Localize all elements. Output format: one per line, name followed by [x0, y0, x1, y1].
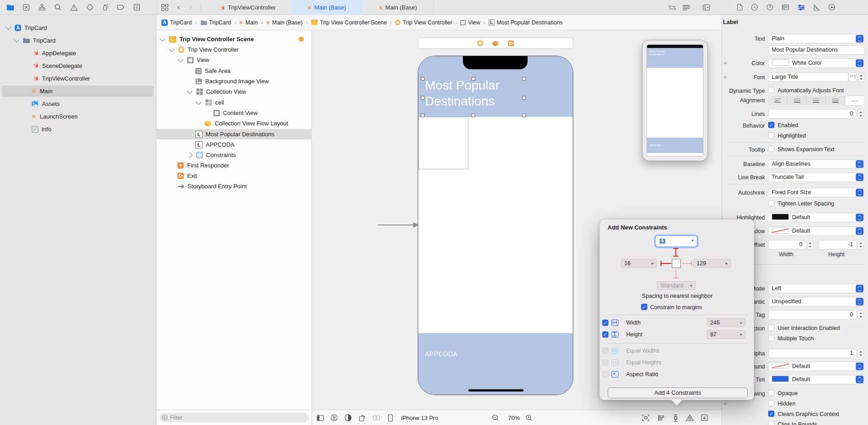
tab-tripviewcontroller[interactable]: TripViewController — [203, 0, 291, 15]
outline-row-content-view[interactable]: Content View — [213, 108, 258, 118]
align-left-segment[interactable] — [768, 96, 788, 105]
device-preview-minimap[interactable]: Most Popular Destinations APPCODA — [642, 40, 708, 161]
size-inspector-icon[interactable] — [813, 4, 820, 11]
opaque-checkbox[interactable] — [768, 390, 774, 396]
autoshrink-select[interactable]: Fixed Font Size — [768, 188, 864, 197]
disclosure-chevron[interactable] — [187, 152, 193, 158]
debug-icon[interactable] — [102, 4, 108, 11]
nav-row-scenedelegate[interactable]: SceneDelegate — [0, 60, 156, 72]
tab-main-base[interactable]: × Main (Base) — [363, 0, 433, 15]
selection-handle[interactable] — [522, 77, 526, 81]
highlighted-checkbox[interactable] — [768, 132, 774, 138]
project-navigator-icon[interactable] — [6, 4, 14, 11]
semantic-select[interactable]: Unspecified — [768, 297, 864, 306]
identity-inspector-icon[interactable] — [782, 4, 789, 10]
nav-row-launchscreen[interactable]: × LaunchScreen — [0, 110, 156, 122]
tooltip-checkbox[interactable] — [768, 146, 774, 152]
connections-inspector-icon[interactable] — [828, 4, 835, 11]
color-select[interactable]: White Color — [768, 58, 864, 68]
disclosure-chevron[interactable] — [14, 37, 19, 43]
zoom-in-icon[interactable] — [525, 414, 533, 422]
zoom-out-icon[interactable] — [491, 414, 500, 422]
tighten-checkbox[interactable] — [768, 200, 774, 206]
jumpbar-label[interactable]: L Most Popular Destinations — [489, 19, 563, 26]
history-inspector-icon[interactable] — [751, 4, 758, 11]
clears-graphics-checkbox[interactable]: ✓ — [768, 411, 774, 417]
collection-cell-outline[interactable] — [418, 117, 468, 169]
outline-row-first-responder[interactable]: First Responder — [177, 160, 229, 171]
trailing-constraint-beam-icon[interactable] — [682, 263, 691, 264]
selection-handle[interactable] — [472, 114, 475, 117]
add-editor-icon[interactable] — [703, 4, 710, 11]
multiple-touch-checkbox[interactable] — [768, 335, 774, 341]
outline-row-scene[interactable]: Trip View Controller Scene — [159, 34, 254, 44]
canvas-title-label[interactable]: Most Popular Destinations — [425, 77, 533, 109]
issue-icon[interactable] — [70, 4, 78, 11]
lines-field[interactable]: 0 — [768, 109, 857, 119]
baseline-select[interactable]: Align Baselines — [768, 159, 864, 169]
text-value-field[interactable]: Most Popular Destinations — [768, 45, 864, 55]
offset-height-stepper[interactable] — [858, 240, 864, 249]
adjust-sidebar-icon[interactable] — [316, 414, 324, 422]
leading-constraint-field[interactable]: 16 — [621, 259, 657, 268]
nav-row-appdelegate[interactable]: AppDelegate — [0, 47, 156, 59]
equal-widths-checkbox[interactable] — [602, 348, 609, 354]
canvas-footer-label[interactable]: APPCODA — [425, 350, 458, 358]
disclosure-chevron[interactable] — [178, 57, 184, 62]
embed-icon[interactable] — [700, 414, 708, 422]
forward-button[interactable]: › — [189, 2, 192, 12]
add-new-constraints-icon[interactable] — [671, 414, 679, 422]
enabled-checkbox[interactable]: ✓ — [768, 122, 774, 128]
disclosure-chevron[interactable] — [187, 88, 193, 94]
bottom-constraint-beam-icon[interactable] — [675, 269, 676, 278]
outline-row-view-controller[interactable]: Trip View Controller — [168, 44, 239, 55]
jumpbar-main-base[interactable]: ×Main (Base) — [266, 19, 302, 26]
lines-stepper[interactable] — [858, 109, 864, 119]
selection-handle[interactable] — [421, 96, 425, 100]
quick-help-inspector-icon[interactable] — [766, 4, 774, 11]
zoom-level[interactable]: 70% — [504, 415, 524, 421]
split-view-icon[interactable] — [372, 414, 380, 422]
outline-row-exit[interactable]: Exit — [177, 171, 197, 181]
selection-handle[interactable] — [522, 114, 526, 117]
font-field[interactable]: Large Title — [768, 72, 849, 82]
adjust-editor-icon[interactable] — [682, 5, 690, 11]
symbols-icon[interactable] — [38, 4, 46, 11]
jumpbar-view[interactable]: View — [460, 19, 480, 26]
jumpbar-view-controller[interactable]: Trip View Controller — [395, 19, 452, 26]
update-frames-icon[interactable] — [642, 414, 650, 422]
selection-handle[interactable] — [472, 77, 475, 81]
filter-field[interactable]: Filter — [160, 413, 309, 422]
outline-row-collection-view[interactable]: Collection View — [186, 86, 246, 97]
selection-handle[interactable] — [421, 114, 425, 117]
equal-heights-checkbox[interactable] — [602, 359, 609, 366]
text-type-select[interactable]: Plain — [768, 34, 864, 43]
scene-indicator-dot[interactable] — [299, 37, 304, 42]
offset-height-field[interactable]: -1 — [819, 240, 857, 249]
find-icon[interactable] — [54, 4, 61, 11]
device-canvas-iphone[interactable]: Most Popular Destinations APPCODA — [418, 56, 573, 395]
offset-width-field[interactable]: 0 — [768, 240, 806, 249]
nav-row-tripviewcontroller[interactable]: TripViewController — [0, 72, 156, 84]
disclosure-chevron[interactable] — [196, 99, 202, 105]
orientation-icon[interactable] — [358, 414, 366, 422]
tab-main-base-active[interactable]: × Main (Base) — [291, 0, 363, 15]
highlighted-color-select[interactable]: Default — [768, 213, 864, 222]
add-variation-plus-icon[interactable]: + — [723, 400, 727, 407]
clips-to-bounds-checkbox[interactable] — [768, 421, 774, 425]
trailing-constraint-field[interactable]: 129 — [693, 259, 731, 268]
appearance-icon[interactable] — [344, 414, 352, 422]
font-picker-button[interactable]: ⠛T — [849, 72, 857, 82]
report-icon[interactable] — [133, 4, 140, 11]
outline-row-view[interactable]: View — [177, 55, 209, 65]
disclosure-chevron[interactable] — [169, 46, 175, 52]
height-checkbox[interactable]: ✓ — [602, 331, 609, 338]
nav-row-project[interactable]: A TripCard — [0, 22, 156, 33]
user-interaction-checkbox[interactable] — [768, 325, 774, 331]
font-stepper[interactable] — [858, 72, 864, 82]
resolve-auto-layout-issues-icon[interactable] — [686, 414, 694, 422]
footer-view[interactable] — [418, 333, 573, 395]
add-constraints-button[interactable]: Add 4 Constraints — [608, 387, 748, 398]
file-inspector-icon[interactable] — [737, 4, 743, 11]
width-checkbox[interactable]: ✓ — [602, 320, 609, 326]
